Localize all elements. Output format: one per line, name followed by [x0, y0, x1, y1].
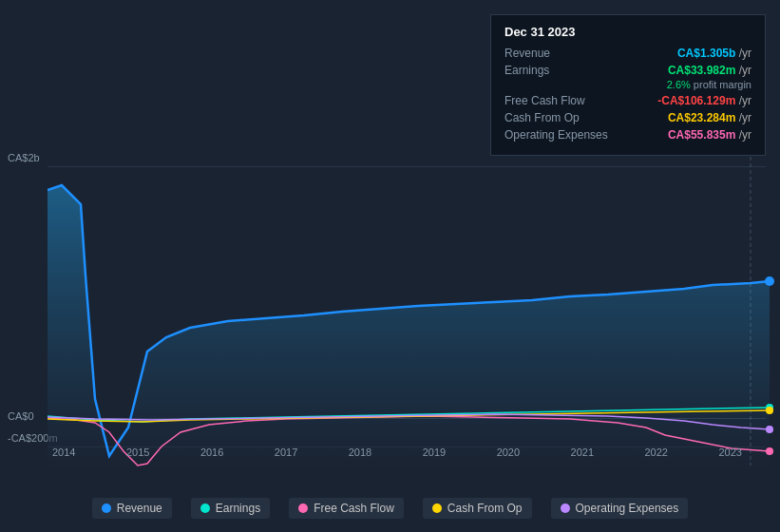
x-label-2016: 2016 — [200, 446, 223, 458]
x-axis-labels: 2014 2015 2016 2017 2018 2019 2020 2021 … — [0, 446, 780, 458]
svg-point-4 — [766, 407, 773, 414]
legend-revenue[interactable]: Revenue — [92, 498, 172, 519]
tooltip-profit-margin: 2.6% profit margin — [504, 79, 751, 90]
data-tooltip: Dec 31 2023 Revenue CA$1.305b /yr Earnin… — [490, 14, 766, 156]
legend-fcf-dot — [298, 504, 308, 513]
x-label-2022: 2022 — [645, 446, 668, 458]
tooltip-earnings-row: Earnings CA$33.982m /yr — [504, 64, 751, 77]
tooltip-revenue-value: CA$1.305b /yr — [677, 47, 751, 60]
x-label-2021: 2021 — [571, 446, 594, 458]
legend-opex-label: Operating Expenses — [576, 502, 679, 515]
x-label-2014: 2014 — [52, 446, 75, 458]
x-label-2023: 2023 — [718, 446, 741, 458]
tooltip-fcf-label: Free Cash Flow — [504, 94, 609, 107]
tooltip-date: Dec 31 2023 — [504, 25, 751, 39]
tooltip-opex-value: CA$55.835m /yr — [668, 128, 751, 142]
tooltip-cashop-value: CA$23.284m /yr — [668, 111, 751, 124]
legend-earnings-dot — [200, 504, 210, 513]
legend-opex[interactable]: Operating Expenses — [551, 498, 689, 519]
legend-fcf[interactable]: Free Cash Flow — [289, 498, 404, 519]
legend-cashop-dot — [432, 504, 442, 513]
legend-fcf-label: Free Cash Flow — [314, 502, 394, 515]
tooltip-opex-label: Operating Expenses — [504, 128, 609, 142]
legend-opex-dot — [561, 504, 570, 513]
x-label-2018: 2018 — [349, 446, 371, 458]
tooltip-cashop-label: Cash From Op — [504, 111, 609, 124]
tooltip-earnings-label: Earnings — [504, 64, 609, 77]
legend-revenue-label: Revenue — [117, 502, 162, 515]
x-label-2020: 2020 — [497, 446, 520, 458]
legend-cashop[interactable]: Cash From Op — [423, 498, 532, 519]
tooltip-cashop-row: Cash From Op CA$23.284m /yr — [504, 111, 751, 124]
tooltip-revenue-label: Revenue — [504, 47, 609, 60]
legend-cashop-label: Cash From Op — [447, 502, 523, 515]
x-label-2015: 2015 — [126, 446, 149, 458]
x-label-2017: 2017 — [275, 446, 297, 458]
legend-revenue-dot — [102, 504, 111, 513]
tooltip-opex-row: Operating Expenses CA$55.835m /yr — [504, 128, 751, 142]
legend-earnings-label: Earnings — [216, 502, 260, 515]
svg-point-5 — [766, 426, 773, 433]
tooltip-earnings-value: CA$33.982m /yr — [668, 64, 751, 77]
tooltip-revenue-row: Revenue CA$1.305b /yr — [504, 47, 751, 60]
x-label-2019: 2019 — [423, 446, 446, 458]
tooltip-fcf-value: -CA$106.129m /yr — [657, 94, 751, 107]
svg-point-1 — [765, 276, 774, 286]
legend-earnings[interactable]: Earnings — [191, 498, 270, 519]
tooltip-fcf-row: Free Cash Flow -CA$106.129m /yr — [504, 94, 751, 107]
chart-legend: Revenue Earnings Free Cash Flow Cash Fro… — [0, 484, 780, 532]
